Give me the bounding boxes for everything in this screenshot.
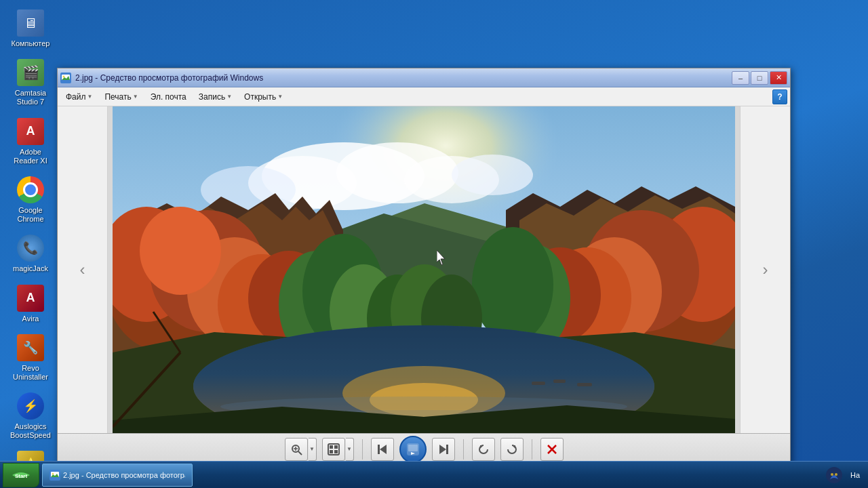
camtasia-icon: 🎬 <box>17 59 44 86</box>
rotate-left-button[interactable] <box>472 438 495 461</box>
computer-icon: 🖥 <box>17 9 44 37</box>
svg-point-78 <box>52 472 54 474</box>
auslogics-icon: ⚡ <box>17 392 44 420</box>
svg-rect-69 <box>446 445 448 454</box>
svg-point-81 <box>831 473 833 476</box>
svg-point-10 <box>452 155 533 195</box>
menu-open[interactable]: Открыть ▼ <box>239 90 288 104</box>
svg-rect-61 <box>334 445 338 449</box>
record-menu-arrow: ▼ <box>226 94 232 100</box>
revo-icon-label: Revo Uninstaller <box>9 364 52 382</box>
help-button[interactable]: ? <box>772 89 787 104</box>
photo-viewer-window: 2.jpg - Средство просмотра фотографий Wi… <box>57 68 791 465</box>
slideshow-control: ▼ <box>322 438 354 461</box>
svg-rect-60 <box>330 445 333 449</box>
desktop-icon-avira[interactable]: A Avira <box>7 282 54 326</box>
slideshow-arrow-button[interactable]: ▼ <box>346 438 354 461</box>
camtasia-icon-label: Camtasia Studio 7 <box>9 89 52 106</box>
avira-icon-label: Avira <box>22 314 39 323</box>
svg-rect-47 <box>553 380 566 383</box>
svg-rect-63 <box>334 450 338 453</box>
adobe-icon: A <box>17 118 44 145</box>
taskbar-photo-viewer-label: 2.jpg - Средство просмотра фотографий Wi… <box>63 471 185 479</box>
taskbar-clock: На <box>850 471 860 479</box>
revo-icon: 🔧 <box>17 334 44 361</box>
svg-text:Start: Start <box>15 473 28 479</box>
menu-email[interactable]: Эл. почта <box>145 90 192 104</box>
svg-marker-70 <box>439 445 446 454</box>
svg-line-56 <box>298 451 302 455</box>
magicjack-icon-label: magicJack <box>13 264 48 273</box>
desktop-icon-revo[interactable]: 🔧 Revo Uninstaller <box>7 331 54 384</box>
image-display-area <box>108 106 740 433</box>
svg-point-37 <box>472 227 553 342</box>
taskbar-right: На <box>823 464 865 486</box>
menu-record[interactable]: Запись ▼ <box>193 90 237 104</box>
svg-rect-46 <box>532 382 545 385</box>
nav-next-arrow-icon: › <box>763 260 768 279</box>
svg-point-26 <box>140 207 221 295</box>
slideshow-button[interactable] <box>322 438 345 461</box>
desktop-icon-chrome[interactable]: Google Chrome <box>7 174 54 226</box>
zoom-arrow-button[interactable]: ▼ <box>309 438 317 461</box>
main-content: ‹ <box>58 106 790 433</box>
toolbar-sep-3 <box>532 439 532 460</box>
photo-image <box>113 106 735 433</box>
adobe-icon-label: Adobe Reader XI <box>9 148 52 165</box>
play-slideshow-button[interactable] <box>399 436 427 463</box>
nav-next-area[interactable]: › <box>740 106 790 433</box>
zoom-button[interactable] <box>285 438 308 461</box>
toolbar-sep-2 <box>463 439 464 460</box>
desktop-icons-container: 🖥 Компьютер 🎬 Camtasia Studio 7 A Adobe … <box>7 7 54 488</box>
desktop-icon-camtasia[interactable]: 🎬 Camtasia Studio 7 <box>7 56 54 109</box>
print-menu-arrow: ▼ <box>133 94 138 100</box>
svg-point-82 <box>835 473 837 476</box>
menu-bar: Файл ▼ Печать ▼ Эл. почта Запись ▼ Откры… <box>58 87 790 106</box>
chrome-icon <box>17 176 44 203</box>
svg-marker-65 <box>380 445 387 454</box>
avira-icon: A <box>17 285 44 312</box>
zoom-control: ▼ <box>285 438 317 461</box>
desktop-icon-magicjack[interactable]: 📞 magicJack <box>7 232 54 276</box>
title-bar-buttons: – □ ✕ <box>732 71 787 85</box>
close-button[interactable]: ✕ <box>770 71 787 85</box>
title-bar-text: 2.jpg - Средство просмотра фотографий Wi… <box>75 73 732 83</box>
taskbar: Start 2.jpg - Средство просмотра фотогра… <box>0 461 868 488</box>
delete-button[interactable] <box>540 438 564 461</box>
desktop-icon-adobe[interactable]: A Adobe Reader XI <box>7 115 54 168</box>
file-menu-arrow: ▼ <box>87 94 93 100</box>
desktop: 🖥 Компьютер 🎬 Camtasia Studio 7 A Adobe … <box>0 0 868 488</box>
svg-rect-67 <box>408 445 418 451</box>
svg-rect-48 <box>577 383 592 386</box>
system-tray-icon <box>823 464 845 486</box>
auslogics-icon-label: Auslogics BoostSpeed <box>9 422 52 440</box>
svg-marker-71 <box>480 445 484 449</box>
toolbar-sep-1 <box>362 439 363 460</box>
bottom-toolbar: ▼ ▼ <box>58 433 790 464</box>
photo-viewer-window-icon <box>60 73 71 83</box>
start-button[interactable]: Start <box>3 463 39 487</box>
svg-marker-72 <box>512 445 515 449</box>
title-bar: 2.jpg - Средство просмотра фотографий Wi… <box>58 68 790 87</box>
nav-prev-arrow-icon: ‹ <box>80 260 85 279</box>
prev-image-button[interactable] <box>371 438 394 461</box>
svg-rect-64 <box>378 445 380 454</box>
desktop-icon-computer[interactable]: 🖥 Компьютер <box>7 7 54 51</box>
taskbar-items: 2.jpg - Средство просмотра фотографий Wi… <box>42 464 823 487</box>
desktop-icon-auslogics[interactable]: ⚡ Auslogics BoostSpeed <box>7 390 54 443</box>
chrome-icon-label: Google Chrome <box>9 206 52 224</box>
nav-prev-area[interactable]: ‹ <box>58 106 108 433</box>
rotate-right-button[interactable] <box>500 438 524 461</box>
computer-icon-label: Компьютер <box>12 39 50 48</box>
taskbar-photo-viewer[interactable]: 2.jpg - Средство просмотра фотографий Wi… <box>42 464 193 487</box>
minimize-button[interactable]: – <box>732 71 749 85</box>
next-image-button[interactable] <box>432 438 455 461</box>
open-menu-arrow: ▼ <box>277 94 283 100</box>
menu-print[interactable]: Печать ▼ <box>99 90 143 104</box>
maximize-button[interactable]: □ <box>751 71 768 85</box>
magicjack-icon: 📞 <box>17 235 44 262</box>
svg-rect-62 <box>330 450 333 453</box>
menu-file[interactable]: Файл ▼ <box>60 90 98 104</box>
